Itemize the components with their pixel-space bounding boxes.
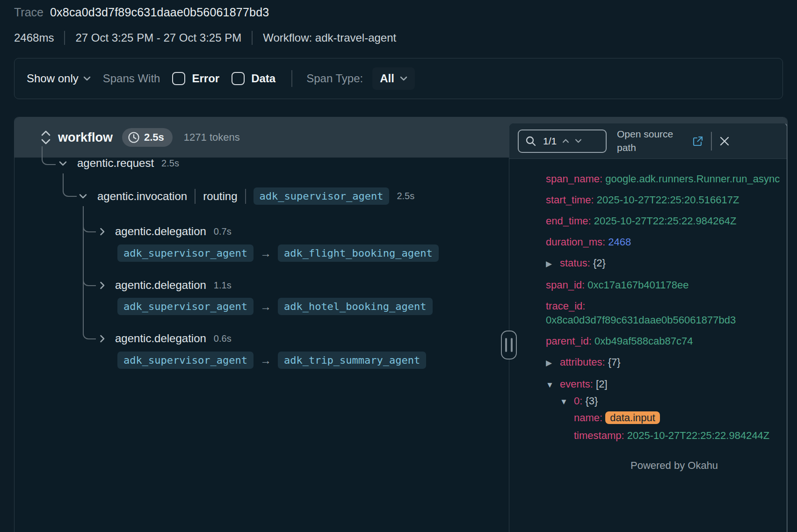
span-duration: 2.5s bbox=[397, 191, 414, 201]
field-value: 0x8ca0d3d7f89c631daae0b56061877bd3 bbox=[546, 314, 736, 326]
agent-chip-from[interactable]: adk_supervisor_agent bbox=[117, 298, 254, 315]
field-status: status: {2} bbox=[546, 256, 780, 271]
chevron-right-icon[interactable] bbox=[100, 281, 105, 289]
field-event-0: 0: {3} bbox=[560, 394, 780, 409]
field-span-id: span_id: 0xc17a167b401178ee bbox=[546, 278, 780, 292]
span-name: agentic.request bbox=[77, 157, 154, 170]
span-duration: 0.6s bbox=[214, 333, 232, 344]
span-type-value: All bbox=[380, 72, 394, 85]
clock-icon bbox=[128, 131, 140, 144]
span-duration: 2.5s bbox=[161, 158, 179, 169]
workflow-root-label[interactable]: workflow bbox=[58, 130, 113, 145]
span-row-agentic-delegation[interactable]: agentic.delegation 1.1s bbox=[100, 279, 232, 292]
row-separator bbox=[195, 189, 196, 204]
data-checkbox[interactable] bbox=[232, 72, 245, 85]
field-key: trace_id: bbox=[546, 300, 585, 312]
field-key: attributes: bbox=[560, 356, 605, 368]
show-only-label: Show only bbox=[27, 72, 79, 85]
error-checkbox[interactable] bbox=[172, 72, 185, 85]
field-value: 2025-10-27T22:25:22.984244Z bbox=[627, 430, 770, 441]
agent-chip-to[interactable]: adk_hotel_booking_agent bbox=[278, 298, 433, 315]
external-link-icon[interactable] bbox=[692, 135, 704, 147]
expand-collapse-all-icon[interactable] bbox=[40, 129, 51, 145]
field-span-name: span_name: google.adk.runners.Runner.run… bbox=[546, 172, 780, 186]
trace-meta-row: 2468ms 27 Oct 3:25 PM - 27 Oct 3:25 PM W… bbox=[14, 31, 396, 45]
field-key: duration_ms: bbox=[546, 236, 605, 248]
span-row-agentic-delegation[interactable]: agentic.delegation 0.7s bbox=[100, 225, 232, 238]
search-icon bbox=[525, 136, 536, 147]
trace-id-value: 0x8ca0d3d7f89c631daae0b56061877bd3 bbox=[50, 6, 269, 19]
field-key: status: bbox=[560, 257, 590, 269]
span-row-agentic-delegation[interactable]: agentic.delegation 0.6s bbox=[100, 332, 232, 345]
arrow-right-icon: → bbox=[260, 354, 271, 367]
chevron-down-icon bbox=[83, 76, 91, 81]
field-value: 2025-10-27T22:25:22.984264Z bbox=[594, 215, 737, 227]
span-detail-panel: 1/1 Open source path span_name: google.a… bbox=[509, 123, 788, 532]
field-value: 0xb49af588cab87c74 bbox=[594, 335, 693, 347]
handle-bar bbox=[511, 338, 513, 352]
field-key: end_time: bbox=[546, 215, 591, 227]
data-checkbox-label: Data bbox=[251, 72, 275, 85]
field-value: 2025-10-27T22:25:20.516617Z bbox=[597, 194, 739, 206]
handle-bar bbox=[505, 338, 507, 352]
spans-with-label: Spans With bbox=[103, 72, 160, 85]
panel-resize-handle[interactable] bbox=[501, 331, 517, 359]
search-match-count: 1/1 bbox=[543, 136, 557, 147]
span-attributes-json: span_name: google.adk.runners.Runner.run… bbox=[509, 159, 787, 443]
span-name: agentic.invocation bbox=[97, 190, 187, 203]
toolbar-divider bbox=[711, 132, 712, 151]
agent-chip-to[interactable]: adk_trip_summary_agent bbox=[278, 352, 426, 369]
agent-chip-supervisor[interactable]: adk_supervisor_agent bbox=[254, 187, 390, 205]
chevron-up-icon[interactable] bbox=[562, 139, 569, 143]
field-value: 0xc17a167b401178ee bbox=[587, 279, 688, 291]
agent-chip-from[interactable]: adk_supervisor_agent bbox=[117, 352, 254, 369]
span-row-agentic-request[interactable]: agentic.request 2.5s bbox=[59, 157, 179, 170]
chevron-right-icon[interactable] bbox=[100, 228, 105, 236]
field-trace-id: trace_id:0x8ca0d3d7f89c631daae0b56061877… bbox=[546, 299, 780, 327]
span-tag-routing: routing bbox=[203, 190, 237, 203]
chevron-down-icon[interactable] bbox=[79, 194, 87, 199]
chevron-down-icon[interactable] bbox=[575, 139, 582, 143]
row-separator bbox=[245, 189, 246, 204]
filter-bar: Show only Spans With Error Data Span Typ… bbox=[14, 58, 783, 99]
trace-duration: 2468ms bbox=[14, 31, 54, 44]
field-key: timestamp: bbox=[574, 430, 624, 441]
show-only-dropdown[interactable]: Show only bbox=[27, 72, 91, 85]
span-name: agentic.delegation bbox=[115, 225, 206, 238]
arrow-right-icon: → bbox=[260, 247, 271, 260]
search-input[interactable]: 1/1 bbox=[518, 129, 607, 153]
span-type-select[interactable]: All bbox=[372, 67, 415, 90]
triangle-expanded-icon[interactable] bbox=[546, 378, 560, 392]
meta-separator bbox=[252, 31, 253, 45]
field-start-time: start_time: 2025-10-27T22:25:20.516617Z bbox=[546, 193, 780, 207]
chevron-down-icon[interactable] bbox=[59, 161, 67, 166]
meta-separator bbox=[64, 31, 65, 45]
triangle-collapsed-icon[interactable] bbox=[546, 356, 560, 370]
detail-panel-toolbar: 1/1 Open source path bbox=[509, 123, 787, 159]
agent-chip-from[interactable]: adk_supervisor_agent bbox=[117, 244, 254, 262]
field-value: google.adk.runners.Runner.run_async bbox=[605, 173, 780, 185]
triangle-collapsed-icon[interactable] bbox=[546, 257, 560, 271]
close-icon[interactable] bbox=[719, 136, 730, 147]
open-source-path-link[interactable]: Open source path bbox=[617, 128, 688, 154]
span-type-label: Span Type: bbox=[306, 72, 363, 85]
trace-time-range: 27 Oct 3:25 PM - 27 Oct 3:25 PM bbox=[75, 31, 241, 44]
field-key: span_id: bbox=[546, 279, 585, 291]
filter-divider bbox=[291, 70, 292, 87]
agent-chip-to[interactable]: adk_flight_booking_agent bbox=[278, 244, 439, 262]
chevron-down-icon bbox=[400, 76, 407, 81]
field-end-time: end_time: 2025-10-27T22:25:22.984264Z bbox=[546, 214, 780, 228]
field-event-timestamp: timestamp: 2025-10-27T22:25:22.984244Z bbox=[574, 429, 780, 443]
span-row-agentic-invocation[interactable]: agentic.invocation routing adk_superviso… bbox=[79, 187, 414, 205]
chevron-right-icon[interactable] bbox=[100, 335, 105, 343]
field-key: 0: bbox=[574, 395, 582, 407]
tree-connector bbox=[63, 173, 77, 197]
field-value: {3} bbox=[585, 395, 598, 407]
field-value: {7} bbox=[608, 356, 621, 368]
delegation-agents-row: adk_supervisor_agent → adk_flight_bookin… bbox=[117, 244, 439, 262]
field-event-name: name: data.input bbox=[574, 411, 780, 425]
field-key: span_name: bbox=[546, 173, 602, 185]
field-key: start_time: bbox=[546, 194, 594, 206]
triangle-expanded-icon[interactable] bbox=[560, 395, 574, 409]
trace-main-panel: workflow 2.5s 1271 tokens agentic.reques… bbox=[14, 117, 788, 532]
